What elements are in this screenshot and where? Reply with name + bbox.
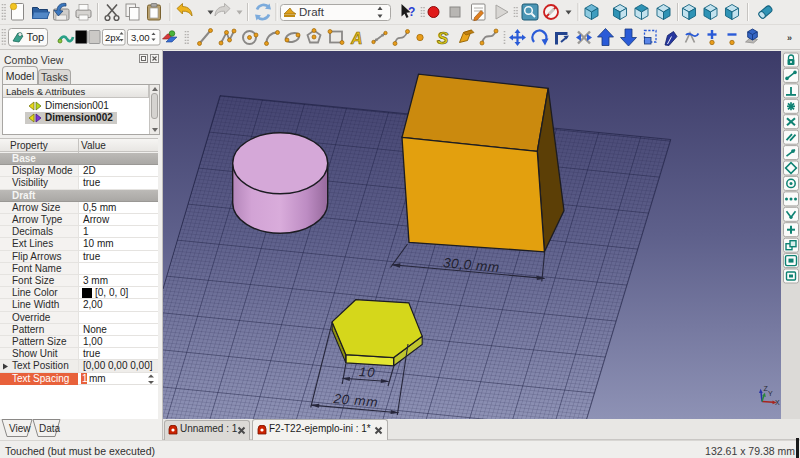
svg-text:Data: Data <box>39 423 61 434</box>
svg-text:10: 10 <box>359 364 376 380</box>
svg-text:A: A <box>350 30 363 47</box>
svg-text:S: S <box>437 29 449 48</box>
svg-text:Y: Y <box>768 390 773 397</box>
svg-text:»: » <box>787 33 792 43</box>
svg-text:X: X <box>775 399 780 406</box>
svg-text:View: View <box>9 423 31 434</box>
